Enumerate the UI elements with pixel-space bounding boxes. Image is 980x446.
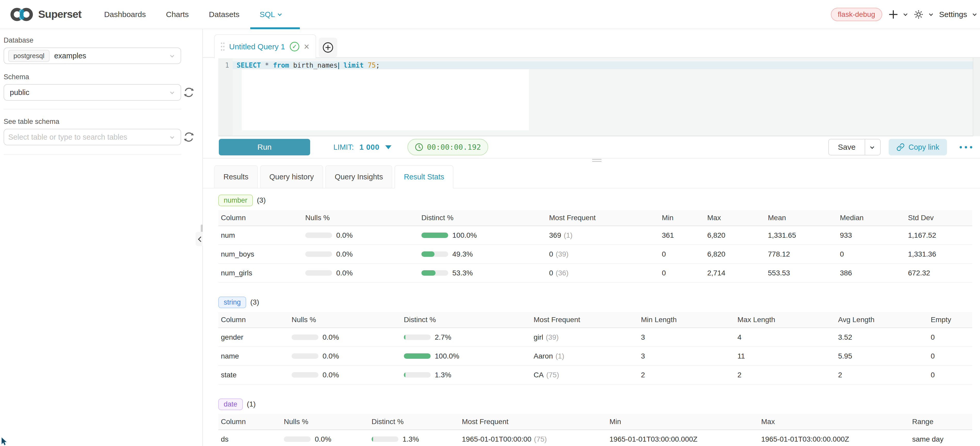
distinct-bar (422, 270, 448, 276)
sql-editor[interactable]: 1 SELECT * from birth_names limit 75; (218, 58, 973, 136)
stat-value: 11 (737, 352, 838, 360)
env-badge: flask-debug (831, 8, 882, 21)
bar-fill (372, 436, 373, 442)
refresh-tables-icon[interactable] (183, 131, 194, 143)
brand[interactable]: Superset (10, 6, 81, 22)
line-number: 1 (218, 61, 233, 69)
most-frequent-value: 1965-01-01T00:00:00 (462, 435, 531, 443)
refresh-schema-icon[interactable] (183, 87, 194, 98)
column-header: Std Dev (908, 214, 972, 222)
nav-item-sql[interactable]: SQL (259, 0, 282, 29)
chevron-down-icon (170, 135, 174, 139)
bar-fill (422, 252, 434, 257)
chevron-down-icon (278, 12, 282, 16)
chevron-down-icon[interactable] (972, 12, 977, 16)
tab-result-stats[interactable]: Result Stats (395, 165, 453, 188)
stat-value: 3 (641, 352, 737, 360)
save-dropdown-button[interactable] (865, 139, 880, 155)
most-frequent-cell: girl(39) (534, 333, 641, 341)
chevron-down-icon[interactable] (904, 12, 907, 16)
most-frequent-value: girl (534, 333, 543, 341)
nulls-pct: 0.0% (336, 231, 353, 239)
table-select-placeholder: Select table or type to search tables (8, 133, 127, 142)
most-frequent-cell: Aaron(1) (534, 352, 641, 360)
editor-scrollbar-track[interactable] (973, 58, 980, 136)
stat-value: 361 (662, 231, 707, 239)
most-frequent-cell: 369(1) (549, 231, 662, 239)
settings-menu[interactable]: Settings (939, 10, 967, 19)
table-schema-label: See table schema (3, 118, 59, 126)
nulls-bar (291, 354, 318, 359)
tab-results[interactable]: Results (214, 165, 258, 188)
table-row: num0.0%100.0%369(1)3616,8201,331.659331,… (218, 226, 972, 245)
stat-value: 1,331.36 (908, 250, 972, 258)
stat-column-name: num (218, 231, 305, 239)
save-button[interactable]: Save (829, 139, 865, 155)
navbar: Superset DashboardsChartsDatasetsSQL fla… (0, 0, 980, 29)
schema-label: Schema (3, 73, 29, 81)
result-stats-panel: number(3)ColumnNulls %Distinct %Most Fre… (203, 188, 980, 446)
run-button[interactable]: Run (219, 139, 310, 155)
table-cell: 0.0% (305, 250, 422, 258)
nav-item-dashboards[interactable]: Dashboards (104, 0, 146, 29)
stat-value: 2 (641, 371, 737, 379)
query-tab[interactable]: Untitled Query 1 ✓ × (214, 34, 316, 58)
table-cell: 0.0% (305, 231, 422, 239)
limit-label: LIMIT: (333, 143, 354, 151)
most-frequent-count: (1) (555, 352, 564, 360)
bar-fill (422, 270, 436, 276)
tab-query-insights[interactable]: Query Insights (325, 165, 392, 188)
nulls-bar (291, 334, 318, 340)
column-header: Column (218, 417, 284, 426)
nav-item-label: SQL (259, 10, 275, 19)
table-cell: 100.0% (404, 352, 534, 360)
new-tab-button[interactable] (319, 38, 337, 57)
most-frequent-value: 369 (549, 231, 561, 239)
stat-value: 0 (931, 333, 972, 341)
stats-section-date: date(1)ColumnNulls %Distinct %Most Frequ… (218, 398, 972, 446)
table-cell: 49.3% (422, 250, 549, 258)
schema-select[interactable]: public (3, 84, 181, 101)
link-icon (896, 143, 905, 151)
table-cell: 0.0% (291, 352, 404, 360)
most-frequent-cell: 1965-01-01T00:00:00(75) (462, 435, 609, 443)
copy-link-button[interactable]: Copy link (889, 139, 947, 155)
distinct-bar (404, 372, 431, 378)
nav-item-charts[interactable]: Charts (166, 0, 189, 29)
query-tab-title: Untitled Query 1 (229, 42, 285, 51)
table-row: gender0.0%2.7%girl(39)343.520 (218, 328, 972, 347)
theme-sun-icon[interactable] (914, 10, 923, 19)
tab-query-history[interactable]: Query history (260, 165, 323, 188)
bar-fill (404, 334, 406, 340)
database-select[interactable]: postgresql examples (3, 48, 181, 64)
distinct-pct: 100.0% (452, 231, 477, 239)
database-label: Database (3, 37, 33, 45)
distinct-pct: 2.7% (435, 333, 451, 341)
table-select[interactable]: Select table or type to search tables (3, 129, 181, 145)
schema-value: public (10, 88, 29, 97)
stat-value: 778.12 (768, 250, 840, 258)
save-split-button[interactable]: Save (828, 139, 880, 155)
stat-column-name: ds (218, 435, 284, 443)
stat-value: 386 (840, 269, 908, 277)
panel-resize-handle[interactable] (592, 159, 601, 162)
close-tab-icon[interactable]: × (304, 42, 309, 51)
stat-value: 553.53 (768, 269, 840, 277)
more-options-icon[interactable] (959, 146, 972, 148)
table-header-row: ColumnNulls %Distinct %Most FrequentMinM… (218, 210, 972, 226)
column-header: Nulls % (305, 214, 422, 222)
limit-dropdown[interactable]: LIMIT: 1 000 (333, 143, 391, 151)
plus-icon[interactable] (889, 10, 898, 19)
type-badge-string: string (218, 296, 246, 308)
chevron-down-icon[interactable] (929, 12, 933, 16)
drag-handle-icon[interactable] (221, 41, 224, 52)
column-header: Most Frequent (462, 417, 609, 426)
nav-item-datasets[interactable]: Datasets (209, 0, 239, 29)
stat-value: 2 (838, 371, 931, 379)
nav-item-label: Charts (166, 10, 189, 19)
section-badge-row: string(3) (218, 296, 972, 308)
nav-menu: DashboardsChartsDatasetsSQL (104, 0, 282, 29)
stat-value: 4 (737, 333, 838, 341)
distinct-pct: 49.3% (452, 250, 473, 258)
nulls-pct: 0.0% (323, 371, 339, 379)
